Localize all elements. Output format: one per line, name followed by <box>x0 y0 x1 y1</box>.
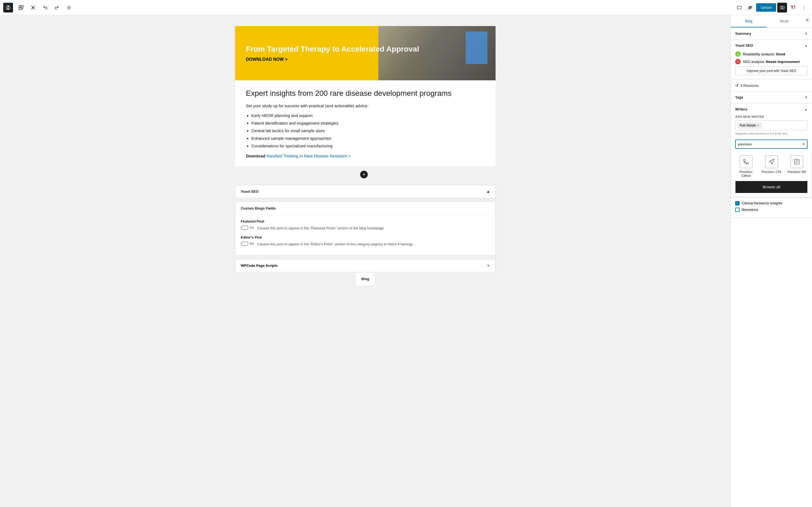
custom-blogs-header[interactable]: Custom Blogs Fields <box>235 202 495 215</box>
redo-button[interactable] <box>52 3 62 12</box>
add-writer-label: ADD NEW WRITER <box>735 115 808 118</box>
plus-icon: + <box>360 171 368 178</box>
sidebar-tabs: Blog Block ✕ <box>731 15 812 28</box>
editors-pick-row: No Causes this post to appear in the "Ed… <box>241 241 490 247</box>
wpcode-header[interactable]: WPCode Page Scripts ▼ <box>235 259 495 272</box>
revisions-icon: ↺ <box>735 83 739 88</box>
browse-all-button[interactable]: Browse all <box>736 181 807 193</box>
precision-rr-icon <box>790 155 803 168</box>
featured-post-toggle[interactable]: No <box>241 226 254 230</box>
category-biometrics[interactable]: Biometrics <box>735 208 808 212</box>
revisions-label: 3 Revisions <box>740 83 759 88</box>
view-button[interactable] <box>745 3 755 12</box>
yoast-chevron: ▲ <box>804 44 808 48</box>
svg-rect-9 <box>737 6 741 9</box>
result-precision-cta[interactable]: Precision: CTA <box>761 155 782 178</box>
precision-cta-icon <box>765 155 778 168</box>
bullet-4: Enhanced sample management approaches <box>251 135 485 142</box>
tab-block[interactable]: Block <box>767 15 803 27</box>
tab-blog[interactable]: Blog <box>731 15 767 27</box>
summary-title: Summary <box>735 32 751 36</box>
sidebar: Blog Block ✕ Summary ▼ Yoast SEO ▲ ☺ Rea… <box>731 15 812 507</box>
svg-rect-0 <box>19 5 21 7</box>
featured-post-desc: Causes this post to appear in the "Featu… <box>257 226 385 231</box>
sidebar-close-button[interactable]: ✕ <box>802 15 812 25</box>
article-download: Download Rarefied Thinking In Rare Disea… <box>246 154 485 158</box>
hero-title: From Targeted Therapy to Accelerated App… <box>246 45 419 54</box>
yoast-seo-header[interactable]: Yoast SEO ▲ <box>731 40 812 51</box>
yoast-seo-panel: Yoast SEO ▲ <box>235 185 496 199</box>
settings-toggle[interactable] <box>777 3 787 12</box>
search-input[interactable] <box>738 142 802 146</box>
hero-banner[interactable]: From Targeted Therapy to Accelerated App… <box>235 26 496 80</box>
writer-tag: Rob Maiale × <box>738 123 761 128</box>
wp-logo <box>3 3 13 12</box>
categories-body: ✓ Clinical Research Insights Biometrics <box>731 198 812 217</box>
categories-section: ✓ Clinical Research Insights Biometrics <box>731 198 812 218</box>
editors-pick-toggle[interactable]: No <box>241 241 254 246</box>
editors-toggle-box <box>241 241 248 246</box>
update-button[interactable]: Update <box>756 3 776 12</box>
revisions-row[interactable]: ↺ 3 Revisions <box>731 80 812 91</box>
bullet-1: Early HEOR planning and support <box>251 112 485 119</box>
precision-callout-icon <box>740 155 753 168</box>
add-block-button[interactable] <box>16 3 26 12</box>
readability-text: Readability analysis: Good <box>743 52 785 56</box>
list-view-button[interactable] <box>64 3 74 12</box>
undo-button[interactable] <box>40 3 50 12</box>
more-options-button[interactable]: ⋮ <box>799 3 809 12</box>
writer-input-area[interactable]: Rob Maiale × <box>735 120 808 130</box>
custom-blogs-title: Custom Blogs Fields <box>241 206 276 210</box>
yoast-seo-body: ☺ Readability analysis: Good ☹ SEO analy… <box>731 51 812 79</box>
category-checked-icon: ✓ <box>735 201 740 206</box>
improve-yoast-button[interactable]: Improve your post with Yoast SEO <box>735 66 808 75</box>
custom-blogs-body: Featured Post No Causes this post to app… <box>235 215 495 256</box>
seo-row: ☹ SEO analysis: Needs improvement <box>735 59 808 64</box>
category-biometrics-label: Biometrics <box>742 208 758 212</box>
writers-header[interactable]: Writers ▲ <box>731 103 812 115</box>
precision-callout-label: Precision: Callout <box>736 170 757 178</box>
writers-title: Writers <box>735 107 747 111</box>
writer-remove-btn[interactable]: × <box>757 123 759 127</box>
wpcode-panel: WPCode Page Scripts ▼ <box>235 259 496 272</box>
tags-header[interactable]: Tags ▼ <box>731 92 812 103</box>
preview-button[interactable] <box>734 3 744 12</box>
writers-body: ADD NEW WRITER Rob Maiale × Separate wit… <box>731 115 812 139</box>
seo-text: SEO analysis: Needs improvement <box>743 60 800 64</box>
svg-rect-11 <box>780 6 782 9</box>
editors-pick-title: Editor's Pick <box>241 235 490 239</box>
yoast-seo-title: Yoast SEO <box>735 44 753 48</box>
tags-chevron: ▼ <box>804 96 808 99</box>
search-section: × <box>731 139 812 151</box>
editors-toggle-label: No <box>250 242 254 246</box>
wpcode-chevron: ▼ <box>486 264 490 268</box>
category-clinical-research[interactable]: ✓ Clinical Research Insights <box>735 201 808 206</box>
svg-rect-1 <box>21 5 23 7</box>
bullet-2: Patient identification and engagement st… <box>251 120 485 126</box>
writers-chevron: ▲ <box>804 108 808 111</box>
category-clinical-label: Clinical Research Insights <box>742 201 782 205</box>
featured-post-row: No Causes this post to appear in the "Fe… <box>241 226 490 231</box>
search-clear-button[interactable]: × <box>802 142 805 147</box>
blog-label: Blog <box>356 272 375 285</box>
block-inserter-button[interactable]: + <box>359 170 369 179</box>
download-link[interactable]: Rarefied Thinking In Rare Disease Resear… <box>267 154 351 158</box>
yoast-icon[interactable]: Y! <box>788 3 798 12</box>
yoast-panel-header[interactable]: Yoast SEO ▲ <box>235 185 495 198</box>
summary-section: Summary ▼ <box>731 28 812 40</box>
search-results-grid: Precision: Callout Precision: CTA <box>736 155 807 178</box>
writers-section: Writers ▲ ADD NEW WRITER Rob Maiale × Se… <box>731 103 812 198</box>
editors-pick-desc: Causes this post to appear in the "Edito… <box>257 241 414 247</box>
revisions-section: ↺ 3 Revisions <box>731 80 812 92</box>
bullet-5: Considerations for specialized manufactu… <box>251 143 485 149</box>
writer-name: Rob Maiale <box>740 123 756 127</box>
summary-header[interactable]: Summary ▼ <box>731 28 812 39</box>
precision-cta-label: Precision: CTA <box>761 170 781 174</box>
yoast-panel-title: Yoast SEO <box>241 189 258 193</box>
article-bullets: Early HEOR planning and support Patient … <box>246 112 485 149</box>
wpcode-title: WPCode Page Scripts <box>241 264 278 268</box>
result-precision-callout[interactable]: Precision: Callout <box>736 155 757 178</box>
hero-cta: DOWNLOAD NOW > <box>246 57 419 62</box>
tools-button[interactable] <box>28 3 38 12</box>
result-precision-rr[interactable]: Precision: RR <box>786 155 807 178</box>
